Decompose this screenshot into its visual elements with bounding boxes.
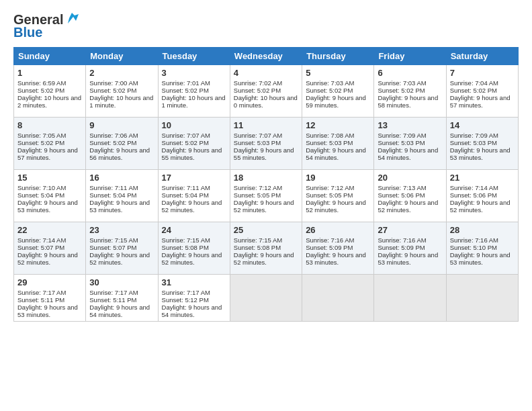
header-cell-thursday: Thursday bbox=[302, 48, 374, 65]
daylight-label: Daylight: 9 hours and 55 minutes. bbox=[234, 146, 294, 161]
sunset-label: Sunset: 5:08 PM bbox=[162, 244, 209, 251]
daylight-label: Daylight: 9 hours and 54 minutes. bbox=[306, 146, 366, 161]
calendar-cell: 13 Sunrise: 7:09 AM Sunset: 5:03 PM Dayl… bbox=[374, 118, 446, 170]
daylight-label: Daylight: 9 hours and 52 minutes. bbox=[162, 199, 222, 214]
calendar-cell bbox=[446, 275, 518, 322]
sunset-label: Sunset: 5:10 PM bbox=[450, 244, 497, 251]
sunrise-label: Sunrise: 7:08 AM bbox=[306, 132, 354, 139]
daylight-label: Daylight: 9 hours and 58 minutes. bbox=[378, 94, 438, 109]
logo: General Blue bbox=[13, 12, 79, 40]
day-number: 14 bbox=[450, 120, 515, 130]
header-cell-wednesday: Wednesday bbox=[230, 48, 302, 65]
daylight-label: Daylight: 9 hours and 55 minutes. bbox=[162, 146, 222, 161]
sunrise-label: Sunrise: 7:15 AM bbox=[234, 236, 282, 244]
day-number: 8 bbox=[17, 120, 82, 130]
sunrise-label: Sunrise: 7:11 AM bbox=[162, 184, 210, 191]
sunset-label: Sunset: 5:02 PM bbox=[17, 139, 64, 146]
sunrise-label: Sunrise: 7:17 AM bbox=[17, 289, 66, 296]
calendar-cell: 5 Sunrise: 7:03 AM Sunset: 5:02 PM Dayli… bbox=[302, 65, 374, 118]
calendar-cell: 12 Sunrise: 7:08 AM Sunset: 5:03 PM Dayl… bbox=[302, 118, 374, 170]
daylight-label: Daylight: 9 hours and 52 minutes. bbox=[378, 199, 438, 214]
week-row-1: 1 Sunrise: 6:59 AM Sunset: 5:02 PM Dayli… bbox=[14, 65, 519, 118]
sunrise-label: Sunrise: 7:15 AM bbox=[89, 236, 138, 244]
calendar-cell: 15 Sunrise: 7:10 AM Sunset: 5:04 PM Dayl… bbox=[14, 170, 86, 222]
sunset-label: Sunset: 5:04 PM bbox=[17, 191, 64, 199]
daylight-label: Daylight: 10 hours and 1 minute. bbox=[162, 94, 226, 109]
sunset-label: Sunset: 5:05 PM bbox=[234, 191, 281, 199]
sunset-label: Sunset: 5:05 PM bbox=[306, 191, 353, 199]
sunset-label: Sunset: 5:06 PM bbox=[450, 191, 497, 199]
daylight-label: Daylight: 9 hours and 53 minutes. bbox=[89, 199, 150, 214]
svg-marker-0 bbox=[68, 13, 79, 24]
day-number: 6 bbox=[378, 68, 442, 78]
sunrise-label: Sunrise: 7:14 AM bbox=[17, 236, 66, 244]
calendar-cell: 24 Sunrise: 7:15 AM Sunset: 5:08 PM Dayl… bbox=[158, 222, 230, 275]
day-number: 20 bbox=[378, 173, 442, 183]
day-number: 21 bbox=[450, 173, 515, 183]
day-number: 17 bbox=[162, 173, 226, 183]
daylight-label: Daylight: 9 hours and 54 minutes. bbox=[162, 304, 222, 318]
sunrise-label: Sunrise: 7:06 AM bbox=[89, 132, 138, 139]
sunrise-label: Sunrise: 7:03 AM bbox=[378, 79, 426, 87]
header-cell-monday: Monday bbox=[86, 48, 158, 65]
sunset-label: Sunset: 5:11 PM bbox=[89, 296, 136, 304]
sunrise-label: Sunrise: 7:15 AM bbox=[162, 236, 210, 244]
week-row-4: 22 Sunrise: 7:14 AM Sunset: 5:07 PM Dayl… bbox=[14, 222, 519, 275]
daylight-label: Daylight: 9 hours and 52 minutes. bbox=[89, 251, 150, 266]
header-cell-friday: Friday bbox=[374, 48, 446, 65]
calendar-cell: 29 Sunrise: 7:17 AM Sunset: 5:11 PM Dayl… bbox=[14, 275, 86, 322]
sunrise-label: Sunrise: 7:07 AM bbox=[234, 132, 282, 139]
day-number: 7 bbox=[450, 68, 515, 78]
calendar-cell: 11 Sunrise: 7:07 AM Sunset: 5:03 PM Dayl… bbox=[230, 118, 302, 170]
daylight-label: Daylight: 9 hours and 53 minutes. bbox=[306, 251, 366, 266]
daylight-label: Daylight: 9 hours and 53 minutes. bbox=[450, 146, 511, 161]
sunrise-label: Sunrise: 7:02 AM bbox=[234, 79, 282, 87]
sunset-label: Sunset: 5:02 PM bbox=[306, 87, 353, 94]
sunrise-label: Sunrise: 7:13 AM bbox=[378, 184, 426, 191]
calendar-cell: 27 Sunrise: 7:16 AM Sunset: 5:09 PM Dayl… bbox=[374, 222, 446, 275]
sunset-label: Sunset: 5:12 PM bbox=[162, 296, 209, 304]
daylight-label: Daylight: 9 hours and 57 minutes. bbox=[450, 94, 511, 109]
daylight-label: Daylight: 9 hours and 53 minutes. bbox=[17, 199, 78, 214]
calendar-table: SundayMondayTuesdayWednesdayThursdayFrid… bbox=[13, 47, 519, 322]
calendar-cell: 23 Sunrise: 7:15 AM Sunset: 5:07 PM Dayl… bbox=[86, 222, 158, 275]
sunrise-label: Sunrise: 6:59 AM bbox=[17, 79, 66, 87]
calendar-cell: 1 Sunrise: 6:59 AM Sunset: 5:02 PM Dayli… bbox=[14, 65, 86, 118]
header-cell-sunday: Sunday bbox=[14, 48, 86, 65]
sunset-label: Sunset: 5:11 PM bbox=[17, 296, 64, 304]
daylight-label: Daylight: 9 hours and 52 minutes. bbox=[234, 199, 294, 214]
sunset-label: Sunset: 5:02 PM bbox=[17, 87, 64, 94]
calendar-cell: 6 Sunrise: 7:03 AM Sunset: 5:02 PM Dayli… bbox=[374, 65, 446, 118]
calendar-cell: 8 Sunrise: 7:05 AM Sunset: 5:02 PM Dayli… bbox=[14, 118, 86, 170]
week-row-3: 15 Sunrise: 7:10 AM Sunset: 5:04 PM Dayl… bbox=[14, 170, 519, 222]
day-number: 16 bbox=[89, 173, 154, 183]
day-number: 18 bbox=[234, 173, 298, 183]
calendar-cell: 16 Sunrise: 7:11 AM Sunset: 5:04 PM Dayl… bbox=[86, 170, 158, 222]
day-number: 4 bbox=[234, 68, 298, 78]
calendar-cell: 30 Sunrise: 7:17 AM Sunset: 5:11 PM Dayl… bbox=[86, 275, 158, 322]
sunset-label: Sunset: 5:02 PM bbox=[378, 87, 425, 94]
sunset-label: Sunset: 5:02 PM bbox=[234, 87, 281, 94]
sunset-label: Sunset: 5:09 PM bbox=[306, 244, 353, 251]
daylight-label: Daylight: 9 hours and 53 minutes. bbox=[450, 251, 511, 266]
sunrise-label: Sunrise: 7:11 AM bbox=[89, 184, 138, 191]
header-row: SundayMondayTuesdayWednesdayThursdayFrid… bbox=[14, 48, 519, 65]
sunset-label: Sunset: 5:04 PM bbox=[89, 191, 136, 199]
calendar-cell: 14 Sunrise: 7:09 AM Sunset: 5:03 PM Dayl… bbox=[446, 118, 518, 170]
day-number: 24 bbox=[162, 225, 226, 235]
sunrise-label: Sunrise: 7:07 AM bbox=[162, 132, 210, 139]
sunset-label: Sunset: 5:02 PM bbox=[89, 87, 136, 94]
sunrise-label: Sunrise: 7:17 AM bbox=[89, 289, 138, 296]
sunrise-label: Sunrise: 7:10 AM bbox=[17, 184, 66, 191]
day-number: 27 bbox=[378, 225, 442, 235]
daylight-label: Daylight: 10 hours and 0 minutes. bbox=[234, 94, 298, 109]
calendar-cell: 28 Sunrise: 7:16 AM Sunset: 5:10 PM Dayl… bbox=[446, 222, 518, 275]
daylight-label: Daylight: 9 hours and 52 minutes. bbox=[234, 251, 294, 266]
calendar-cell: 9 Sunrise: 7:06 AM Sunset: 5:02 PM Dayli… bbox=[86, 118, 158, 170]
day-number: 11 bbox=[234, 120, 298, 130]
day-number: 3 bbox=[162, 68, 226, 78]
day-number: 10 bbox=[162, 120, 226, 130]
day-number: 9 bbox=[89, 120, 154, 130]
daylight-label: Daylight: 9 hours and 52 minutes. bbox=[162, 251, 222, 266]
sunset-label: Sunset: 5:06 PM bbox=[378, 191, 425, 199]
